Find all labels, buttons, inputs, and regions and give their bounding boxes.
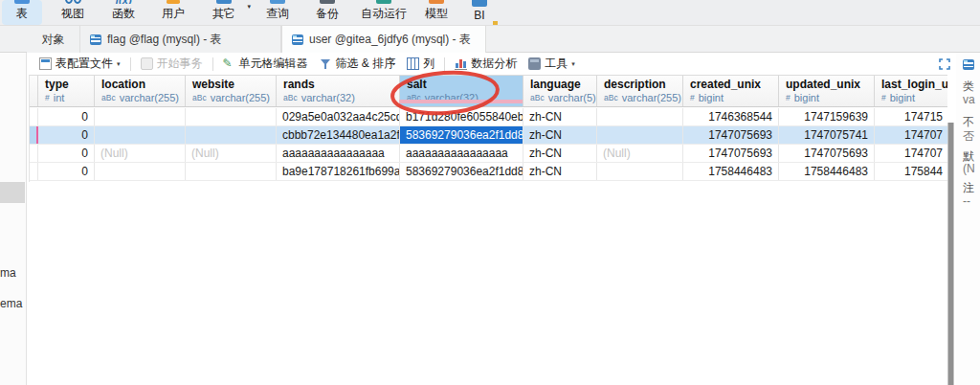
cell-rands[interactable]: aaaaaaaaaaaaaaaa xyxy=(277,145,400,162)
toolbar-item-model[interactable]: 模型 xyxy=(415,0,457,25)
grid-toolbar-profile-button[interactable]: 表配置文件▾ xyxy=(39,56,121,72)
table-row[interactable]: 0(Null)(Null)aaaaaaaaaaaaaaaaaaaaaaaaaaa… xyxy=(30,145,947,163)
toolbar-item-label: 备份 xyxy=(316,6,339,22)
cell-rands[interactable]: cbbb72e134480ea1a2fc xyxy=(277,126,400,144)
cell-language[interactable]: zh-CN xyxy=(523,126,597,144)
column-name: rands xyxy=(283,78,399,92)
cell-salt[interactable]: 58369279036ea2f1dd82 xyxy=(400,126,523,144)
cell-description[interactable] xyxy=(597,126,683,144)
cell-description[interactable]: (Null) xyxy=(597,145,683,162)
column-header-type[interactable]: type#int xyxy=(38,76,95,106)
table-row[interactable]: 0ba9e178718261fb699a558369279036ea2f1dd8… xyxy=(30,163,947,181)
cell-last_login_u[interactable]: 174715 xyxy=(875,108,947,125)
column-header-last_login_u[interactable]: last_login_u#bigint xyxy=(875,76,947,106)
cell-updated_unix[interactable]: 1747075741 xyxy=(779,126,875,144)
cell-type[interactable]: 0 xyxy=(38,126,95,144)
cell-updated_unix[interactable]: 1747159639 xyxy=(779,108,875,125)
cell-language[interactable]: zh-CN xyxy=(523,163,597,180)
row-selector[interactable] xyxy=(30,163,38,180)
toolbar-item-table[interactable]: 表 xyxy=(2,0,42,25)
cell-salt[interactable]: aaaaaaaaaaaaaaaa xyxy=(400,145,523,162)
tab-label: flag @flag (mysql) - 表 xyxy=(107,32,222,48)
toolbar-item-query[interactable]: 查询 xyxy=(253,0,302,25)
cell-salt[interactable]: b171d280fe6055840eb8 xyxy=(400,108,523,125)
cell-location[interactable] xyxy=(95,126,186,144)
automation-icon xyxy=(376,0,391,4)
column-header-updated_unix[interactable]: updated_unix#bigint xyxy=(779,76,875,106)
cell-location[interactable]: (Null) xyxy=(95,145,186,162)
row-selector[interactable] xyxy=(30,145,38,162)
column-header-created_unix[interactable]: created_unix#bigint xyxy=(683,76,779,106)
cell-website[interactable]: (Null) xyxy=(186,145,277,162)
toolbar-item-view[interactable]: 视图 xyxy=(48,0,98,25)
row-selector[interactable] xyxy=(30,108,38,125)
cell-description[interactable] xyxy=(597,108,683,125)
toolbar-item-automation[interactable]: 自动运行 xyxy=(352,0,415,25)
cell-language[interactable]: zh-CN xyxy=(523,145,597,162)
left-pane-item-fragment[interactable]: ema xyxy=(0,297,22,310)
toolbar-item-bi[interactable]: BI xyxy=(461,0,498,25)
cell-created_unix[interactable]: 1747075693 xyxy=(683,145,779,162)
right-info-panel: 类va不否默(N注-- xyxy=(956,53,980,385)
data-grid[interactable]: type#intlocationaBcvarchar(255)websiteaB… xyxy=(29,75,947,182)
toolbar-item-function[interactable]: f(x)函数 xyxy=(100,0,147,25)
grid-toolbar-cell-editor-button[interactable]: ✎单元格编辑器 xyxy=(223,56,308,72)
expand-icon[interactable] xyxy=(939,58,950,70)
cell-type[interactable]: 0 xyxy=(38,145,95,162)
left-navigation-pane[interactable]: maema xyxy=(0,53,27,385)
toolbar-item-user[interactable]: 用户 xyxy=(149,0,197,25)
transaction-icon xyxy=(141,57,153,70)
table-icon xyxy=(90,34,101,45)
cell-created_unix[interactable]: 1747075693 xyxy=(683,126,779,144)
cell-rands[interactable]: 029a5e0a032aa4c25cd6 xyxy=(277,108,400,125)
grid-toolbar-tools-button[interactable]: 工具▾ xyxy=(528,56,575,72)
tab-label: user @gitea_6jdfy6 (mysql) - 表 xyxy=(309,32,471,48)
column-header-rands[interactable]: randsaBcvarchar(32) xyxy=(277,76,400,106)
left-pane-item-fragment[interactable]: ma xyxy=(0,266,16,280)
left-pane-selected-item[interactable] xyxy=(0,182,25,203)
grid-toolbar-analysis-button[interactable]: 数据分析 xyxy=(455,56,517,72)
column-header-description[interactable]: descriptionaBcvarchar(255) xyxy=(597,76,683,106)
table-row[interactable]: 0029a5e0a032aa4c25cd6b171d280fe6055840eb… xyxy=(30,108,947,126)
select-all-corner[interactable] xyxy=(30,76,38,106)
column-header-website[interactable]: websiteaBcvarchar(255) xyxy=(186,76,277,106)
toolbar-item-backup[interactable]: 备份 xyxy=(302,0,352,25)
column-name: last_login_u xyxy=(881,78,947,92)
cell-location[interactable] xyxy=(95,163,186,180)
grid-toolbar-columns-button[interactable]: 列 xyxy=(407,56,434,72)
cell-website[interactable] xyxy=(186,126,277,144)
chevron-down-icon: ▾ xyxy=(117,60,121,68)
numeric-type-icon: # xyxy=(690,92,695,104)
cell-created_unix[interactable]: 1758446483 xyxy=(683,163,779,180)
cell-last_login_u[interactable]: 175844 xyxy=(875,163,947,180)
panel-splitter[interactable] xyxy=(947,123,954,385)
model-icon xyxy=(429,0,444,4)
column-header-location[interactable]: locationaBcvarchar(255) xyxy=(95,76,186,106)
cell-type[interactable]: 0 xyxy=(38,163,95,180)
column-type: int xyxy=(54,92,65,104)
cell-created_unix[interactable]: 1746368544 xyxy=(683,108,779,125)
row-selector[interactable] xyxy=(30,126,38,144)
grid-toolbar-label: 筛选 & 排序 xyxy=(336,56,396,72)
cell-last_login_u[interactable]: 174707 xyxy=(875,126,947,144)
cell-language[interactable]: zh-CN xyxy=(523,108,597,125)
cell-location[interactable] xyxy=(95,108,186,125)
info-panel-line: -- xyxy=(963,194,970,208)
table-row[interactable]: 0cbbb72e134480ea1a2fc58369279036ea2f1dd8… xyxy=(30,126,947,145)
cell-type[interactable]: 0 xyxy=(38,108,95,125)
cell-website[interactable] xyxy=(186,108,277,125)
grid-toolbar-filter-button[interactable]: 筛选 & 排序 xyxy=(320,56,396,72)
cell-rands[interactable]: ba9e178718261fb699a5 xyxy=(277,163,400,180)
tab-user-table[interactable]: user @gitea_6jdfy6 (mysql) - 表 xyxy=(281,26,486,54)
cell-description[interactable] xyxy=(597,163,683,180)
cell-website[interactable] xyxy=(186,163,277,180)
tab-objects[interactable]: 对象 xyxy=(27,26,80,53)
cell-last_login_u[interactable]: 174707 xyxy=(875,145,947,162)
cell-updated_unix[interactable]: 1758446483 xyxy=(779,163,875,180)
tab-flag-table[interactable]: flag @flag (mysql) - 表 xyxy=(80,26,281,53)
column-header-language[interactable]: languageaBcvarchar(5) xyxy=(523,76,597,106)
toolbar-item-others[interactable]: ▾其它 xyxy=(199,0,249,25)
table-icon xyxy=(14,0,30,4)
cell-updated_unix[interactable]: 1747075693 xyxy=(779,145,875,162)
cell-salt[interactable]: 58369279036ea2f1dd82 xyxy=(400,163,523,180)
